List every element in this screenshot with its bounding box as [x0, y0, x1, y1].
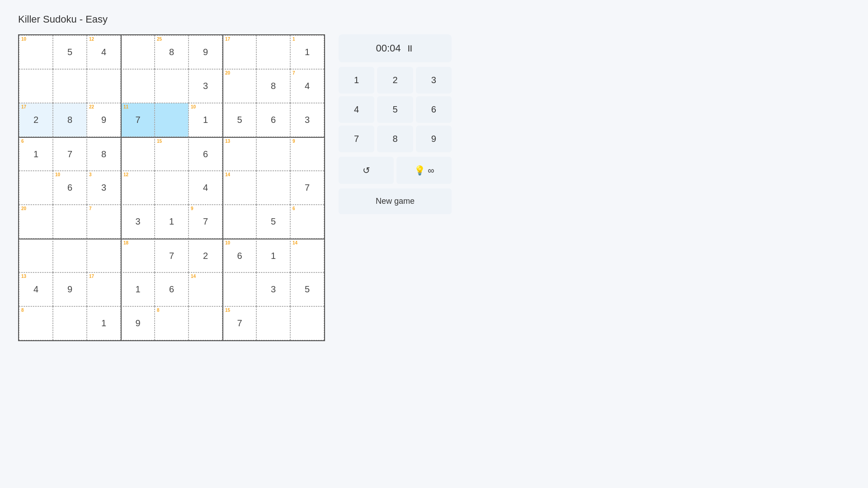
cell-r2-c6[interactable]: 5 — [222, 103, 256, 137]
numpad-btn-8[interactable]: 8 — [377, 126, 413, 152]
cell-r7-c5[interactable]: 14 — [189, 272, 222, 306]
cell-r0-c3[interactable] — [121, 35, 155, 69]
cell-r7-c0[interactable]: 134 — [19, 272, 53, 306]
cell-r2-c2[interactable]: 229 — [87, 103, 121, 137]
cell-r0-c2[interactable]: 124 — [87, 35, 121, 69]
cell-r2-c5[interactable]: 101 — [189, 103, 222, 137]
cell-r4-c5[interactable]: 4 — [189, 171, 222, 205]
cell-r5-c3[interactable]: 3 — [121, 205, 155, 239]
cell-r4-c7[interactable] — [256, 171, 290, 205]
cell-r3-c5[interactable]: 6 — [189, 137, 222, 171]
cell-r1-c2[interactable] — [87, 69, 121, 103]
pause-icon[interactable]: ⏸ — [406, 43, 415, 54]
cell-r8-c4[interactable]: 8 — [155, 306, 189, 340]
new-game-button[interactable]: New game — [339, 188, 452, 214]
numpad-btn-4[interactable]: 4 — [339, 96, 374, 123]
cell-r8-c0[interactable]: 8 — [19, 306, 53, 340]
numpad-btn-6[interactable]: 6 — [416, 96, 452, 123]
cell-r5-c1[interactable] — [53, 205, 87, 239]
cell-r8-c8[interactable] — [290, 306, 324, 340]
cell-r2-c8[interactable]: 3 — [290, 103, 324, 137]
cell-r7-c1[interactable]: 9 — [53, 272, 87, 306]
cell-r3-c6[interactable]: 13 — [222, 137, 256, 171]
cell-r4-c6[interactable]: 14 — [222, 171, 256, 205]
cell-r1-c6[interactable]: 20 — [222, 69, 256, 103]
cell-r4-c4[interactable] — [155, 171, 189, 205]
cell-r4-c0[interactable] — [19, 171, 53, 205]
cell-r4-c2[interactable]: 33 — [87, 171, 121, 205]
cell-r7-c4[interactable]: 6 — [155, 272, 189, 306]
cell-r2-c3[interactable]: 117 — [121, 103, 155, 137]
cell-r1-c7[interactable]: 8 — [256, 69, 290, 103]
cell-r8-c3[interactable]: 9 — [121, 306, 155, 340]
cell-r8-c1[interactable] — [53, 306, 87, 340]
cell-r4-c1[interactable]: 106 — [53, 171, 87, 205]
cell-r3-c8[interactable]: 9 — [290, 137, 324, 171]
cell-r2-c7[interactable]: 6 — [256, 103, 290, 137]
cell-r1-c1[interactable] — [53, 69, 87, 103]
cage-label-r0-c4: 25 — [157, 37, 162, 42]
cell-r0-c8[interactable]: 11 — [290, 35, 324, 69]
cell-r2-c0[interactable]: 172 — [19, 103, 53, 137]
cell-r7-c7[interactable]: 3 — [256, 272, 290, 306]
numpad-btn-3[interactable]: 3 — [416, 67, 452, 94]
sudoku-grid[interactable]: 1051242589171132087417282291171015636178… — [18, 34, 325, 341]
cell-r1-c5[interactable]: 3 — [189, 69, 222, 103]
cell-r4-c3[interactable]: 12 — [121, 171, 155, 205]
cell-r2-c1[interactable]: 8 — [53, 103, 87, 137]
cell-r0-c6[interactable]: 17 — [222, 35, 256, 69]
cell-value-r0-c5: 9 — [203, 47, 208, 57]
cell-r4-c8[interactable]: 7 — [290, 171, 324, 205]
cell-r0-c1[interactable]: 5 — [53, 35, 87, 69]
cell-r5-c6[interactable] — [222, 205, 256, 239]
cell-r3-c0[interactable]: 61 — [19, 137, 53, 171]
undo-button[interactable]: ↺ — [339, 157, 394, 184]
numpad-btn-1[interactable]: 1 — [339, 67, 374, 94]
cell-r6-c1[interactable] — [53, 239, 87, 272]
cell-r6-c6[interactable]: 106 — [222, 239, 256, 272]
numpad-btn-7[interactable]: 7 — [339, 126, 374, 152]
cell-r0-c7[interactable] — [256, 35, 290, 69]
cell-r5-c5[interactable]: 97 — [189, 205, 222, 239]
cell-r2-c4[interactable] — [155, 103, 189, 137]
numpad-btn-5[interactable]: 5 — [377, 96, 413, 123]
cell-r8-c5[interactable] — [189, 306, 222, 340]
cell-r6-c7[interactable]: 1 — [256, 239, 290, 272]
cell-r8-c2[interactable]: 1 — [87, 306, 121, 340]
cell-r5-c8[interactable]: 6 — [290, 205, 324, 239]
cell-r0-c4[interactable]: 258 — [155, 35, 189, 69]
cell-r0-c0[interactable]: 10 — [19, 35, 53, 69]
cell-r6-c2[interactable] — [87, 239, 121, 272]
cell-r3-c7[interactable] — [256, 137, 290, 171]
cell-r6-c4[interactable]: 7 — [155, 239, 189, 272]
cell-r3-c1[interactable]: 7 — [53, 137, 87, 171]
cell-r1-c4[interactable] — [155, 69, 189, 103]
cell-r1-c3[interactable] — [121, 69, 155, 103]
cell-r6-c3[interactable]: 18 — [121, 239, 155, 272]
hint-button[interactable]: 💡 ∞ — [396, 157, 452, 184]
numpad-btn-9[interactable]: 9 — [416, 126, 452, 152]
cell-r7-c8[interactable]: 5 — [290, 272, 324, 306]
cell-r5-c0[interactable]: 20 — [19, 205, 53, 239]
cell-r3-c4[interactable]: 15 — [155, 137, 189, 171]
cell-r6-c5[interactable]: 2 — [189, 239, 222, 272]
cell-r3-c3[interactable] — [121, 137, 155, 171]
cell-r6-c0[interactable] — [19, 239, 53, 272]
cell-r8-c6[interactable]: 157 — [222, 306, 256, 340]
cell-value-r7-c3: 1 — [135, 284, 140, 295]
cell-r8-c7[interactable] — [256, 306, 290, 340]
cell-r1-c0[interactable] — [19, 69, 53, 103]
cell-r6-c8[interactable]: 14 — [290, 239, 324, 272]
cell-r1-c8[interactable]: 74 — [290, 69, 324, 103]
cell-r0-c5[interactable]: 9 — [189, 35, 222, 69]
cell-r7-c3[interactable]: 1 — [121, 272, 155, 306]
cell-r5-c2[interactable]: 7 — [87, 205, 121, 239]
cell-value-r6-c5: 2 — [203, 251, 208, 261]
cell-r5-c4[interactable]: 1 — [155, 205, 189, 239]
cell-r5-c7[interactable]: 5 — [256, 205, 290, 239]
cell-r3-c2[interactable]: 8 — [87, 137, 121, 171]
cage-label-r6-c8: 14 — [292, 241, 297, 245]
cell-r7-c6[interactable] — [222, 272, 256, 306]
cell-r7-c2[interactable]: 17 — [87, 272, 121, 306]
numpad-btn-2[interactable]: 2 — [377, 67, 413, 94]
